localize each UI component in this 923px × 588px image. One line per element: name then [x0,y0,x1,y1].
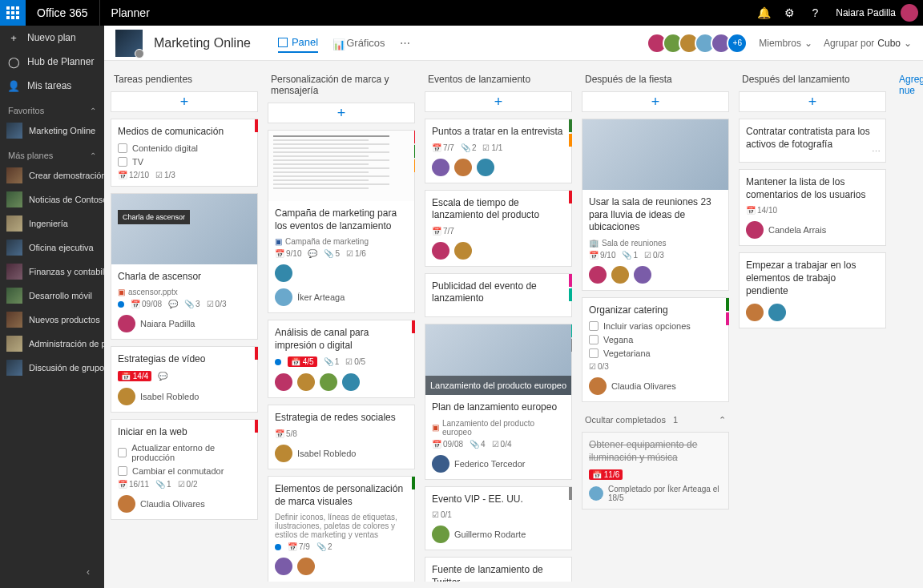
plan-more-menu[interactable]: ⋯ [400,33,410,53]
hide-completed-toggle[interactable]: Ocultar completados 1⌃ [582,409,729,432]
circle-icon: ◯ [8,56,19,67]
assignee-avatar [118,388,135,405]
member-avatars[interactable]: +6 [651,33,748,54]
checklist-item[interactable]: Vegana [589,335,722,344]
assignee: Guillermo Rodarte [432,526,565,543]
task-card[interactable]: Empezar a trabajar en los elementos de t… [739,252,886,328]
bucket-title[interactable]: Después del lanzamiento [739,67,886,91]
checklist-item[interactable]: TV [118,157,251,167]
tab-charts[interactable]: 📊 Gráficos [333,33,385,53]
sidebar-plan[interactable]: Discusión de grupo [0,356,104,380]
plan-thumb [6,215,22,232]
attachments: 📎1 [622,251,638,260]
card-menu-icon[interactable]: ⋯ [872,147,881,157]
settings-icon[interactable]: ⚙ [776,0,802,26]
more-members[interactable]: +6 [727,33,748,54]
sidebar-plan[interactable]: Oficina ejecutiva [0,236,104,260]
task-card[interactable]: Estrategia de redes sociales📅5/8Isabel R… [268,405,415,469]
attachments: 📎1 [324,357,340,366]
task-card[interactable]: Usar la sala de reuniones 23 para lluvia… [582,119,729,291]
plan-title: Marketing Online [154,36,251,50]
sidebar-plan[interactable]: Desarrollo móvil [0,284,104,308]
task-card[interactable]: Iniciar en la webActualizar entorno de p… [111,419,258,521]
sidebar-plan[interactable]: Marketing Online [0,119,104,143]
comments-icon: 💬 [308,249,317,258]
task-card[interactable]: Evento VIP - EE. UU.☑0/1Guillermo Rodart… [425,486,572,551]
task-card[interactable]: Contratar contratista para los activos d… [739,119,886,163]
task-card[interactable]: Elementos de personalización de marca vi… [268,476,415,582]
bucket-title[interactable]: Personalización de marca y mensajería [268,67,415,103]
notifications-icon[interactable]: 🔔 [751,0,776,26]
task-card[interactable]: Escala de tiempo de lanzamiento del prod… [425,190,572,267]
help-icon[interactable]: ? [802,0,828,26]
sidebar-collapse[interactable]: ‹ [80,564,96,580]
add-bucket[interactable]: Agregar nue [896,67,923,582]
category-label [569,134,572,147]
checklist-progress: ☑0/3 [644,251,664,260]
sidebar-moreplans-header[interactable]: Más planes ⌃ [0,143,104,163]
task-card[interactable]: Análisis de canal para impresión o digit… [268,320,415,398]
sidebar-favorites-header[interactable]: Favoritos ⌃ [0,98,104,119]
add-task-button[interactable]: + [582,91,729,112]
bucket-title[interactable]: Después de la fiesta [582,67,729,91]
bucket-title[interactable]: Tareas pendientes [111,67,258,91]
assignee-avatar [746,221,764,239]
card-title: Puntos a tratar en la entrevista [432,126,565,139]
task-card[interactable]: Publicidad del evento de lanzamiento [425,273,572,317]
sidebar-plan[interactable]: Finanzas y contabilidad [0,260,104,284]
add-task-button[interactable]: + [425,91,572,112]
task-card[interactable]: Estrategias de vídeo📅 14/4💬Isabel Robled… [111,346,258,413]
card-title: Mantener la lista de los comentarios de … [746,176,879,201]
image-caption: Lanzamiento del producto europeo [425,376,571,395]
sidebar-new-plan[interactable]: + Nuevo plan [0,26,104,50]
due-date: 📅7/9 [288,542,310,551]
bucket-title[interactable]: Eventos de lanzamiento [425,67,572,91]
task-card[interactable]: Fuente de lanzamiento de Twitter📅 31/3Is… [425,557,572,582]
card-preview [268,131,414,201]
assignee-row [432,159,565,176]
task-card[interactable]: Campaña de marketing para los eventos de… [268,130,415,313]
members-dropdown[interactable]: Miembros ⌄ [759,38,812,49]
sidebar-hub[interactable]: ◯ Hub de Planner [0,50,104,74]
task-card[interactable]: Organizar cateringIncluir varias opcione… [582,297,729,403]
task-card[interactable]: Mantener la lista de los comentarios de … [739,169,886,246]
add-task-button[interactable]: + [739,91,886,112]
category-label [255,119,258,132]
checklist-item[interactable]: Actualizar entorno de producción [118,443,251,462]
card-title: Elementos de personalización de marca vi… [275,483,408,508]
checkbox-icon [589,321,599,331]
checklist-item[interactable]: Contenido digital [118,143,251,153]
task-card[interactable]: Lanzamiento del producto europeoPlan de … [425,324,572,480]
app-name-header: Planner [100,6,161,19]
task-card[interactable]: Puntos a tratar en la entrevista📅7/7📎2☑1… [425,119,572,183]
sidebar-plan[interactable]: Crear demostración [0,163,104,187]
sidebar-plan[interactable]: Ingeniería [0,211,104,236]
bucket-column: Después de la fiesta+Usar la sala de reu… [582,67,729,582]
sidebar-plan[interactable]: Administración de pro... [0,332,104,356]
sidebar-hub-label: Hub de Planner [27,56,94,67]
checklist-item[interactable]: Incluir varias opciones [589,321,722,331]
due-date: 📅12/10 [118,171,149,179]
groupby-dropdown[interactable]: Agrupar por Cubo ⌄ [824,38,912,49]
task-card[interactable]: Medios de comunicaciónContenido digitalT… [111,119,258,187]
tab-board[interactable]: Panel [278,33,318,53]
card-attachment: ▣ ascensor.pptx [118,288,251,296]
date-badge: 📅 11/6 [589,469,623,480]
add-task-button[interactable]: + [268,103,415,123]
add-task-button[interactable]: + [111,91,258,112]
task-card[interactable]: Obtener equipamiento de iluminación y mú… [582,432,729,509]
user-menu[interactable]: Naiara Padilla [828,4,923,22]
checklist-progress: ☑1/1 [482,143,502,152]
task-card[interactable]: Charla de ascensorCharla de ascensor▣ as… [111,193,258,340]
comments-icon: 💬 [168,300,178,308]
sidebar-my-tasks[interactable]: 👤 Mis tareas [0,74,104,98]
checklist-item[interactable]: Cambiar el conmutador [118,466,251,476]
sidebar-plan[interactable]: Nuevos productos [0,308,104,332]
attachments: 📎3 [184,300,200,308]
sidebar-plan[interactable]: Noticias de Contoso [0,187,104,211]
checklist-item[interactable]: Vegetariana [589,348,722,358]
progress-dot [275,359,281,365]
category-label [569,119,572,132]
app-launcher[interactable] [0,0,26,26]
card-preview: Charla de ascensor [111,194,257,264]
